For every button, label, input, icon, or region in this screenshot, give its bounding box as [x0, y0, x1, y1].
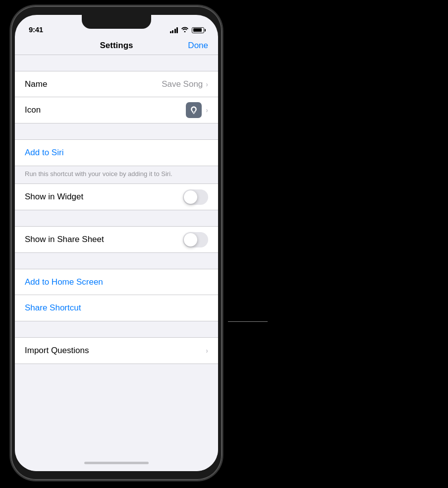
- name-label: Name: [25, 79, 162, 89]
- icon-label: Icon: [25, 105, 186, 115]
- icon-chevron-icon: ›: [206, 106, 208, 114]
- spacer-2: [15, 123, 218, 139]
- wifi-icon: [181, 26, 189, 34]
- name-value: Save Song: [162, 79, 203, 89]
- home-share-section: Add to Home Screen Share Shortcut: [15, 269, 218, 321]
- spacer-3: [15, 210, 218, 226]
- icon-preview: [186, 102, 202, 118]
- add-to-siri-row[interactable]: Add to Siri: [15, 140, 218, 166]
- toggle-knob-2: [184, 233, 197, 246]
- show-widget-label: Show in Widget: [25, 192, 183, 202]
- share-shortcut-label[interactable]: Share Shortcut: [25, 303, 81, 313]
- siri-section: Add to Siri: [15, 139, 218, 166]
- spacer-bottom: [15, 364, 218, 380]
- show-widget-row: Show in Widget: [15, 184, 218, 210]
- import-questions-row[interactable]: Import Questions ›: [15, 338, 218, 364]
- status-time: 9:41: [29, 25, 43, 34]
- import-section: Import Questions ›: [15, 337, 218, 364]
- content-area: Name Save Song › Icon ›: [15, 55, 218, 454]
- spacer-4: [15, 253, 218, 269]
- notch: [82, 15, 151, 29]
- show-widget-toggle[interactable]: [183, 189, 208, 205]
- add-home-screen-label[interactable]: Add to Home Screen: [25, 277, 103, 287]
- connector-line: [228, 321, 268, 322]
- share-sheet-section: Show in Share Sheet: [15, 226, 218, 253]
- import-chevron-icon: ›: [206, 347, 208, 355]
- show-share-sheet-label: Show in Share Sheet: [25, 235, 183, 244]
- name-row[interactable]: Name Save Song ›: [15, 71, 218, 97]
- signal-icon: [170, 27, 178, 33]
- name-chevron-icon: ›: [206, 80, 208, 88]
- status-icons: [170, 26, 205, 34]
- nav-bar: Settings Done: [15, 37, 218, 55]
- add-home-screen-row[interactable]: Add to Home Screen: [15, 269, 218, 295]
- spacer-top: [15, 55, 218, 71]
- toggle-knob: [184, 190, 197, 204]
- home-indicator: [15, 454, 218, 471]
- import-questions-label: Import Questions: [25, 346, 206, 356]
- name-icon-section: Name Save Song › Icon ›: [15, 71, 218, 123]
- show-share-sheet-row: Show in Share Sheet: [15, 227, 218, 252]
- spacer-5: [15, 321, 218, 337]
- nav-title: Settings: [100, 41, 133, 51]
- siri-description: Run this shortcut with your voice by add…: [15, 166, 218, 183]
- home-bar: [84, 462, 149, 464]
- battery-icon: [192, 27, 204, 33]
- widget-section: Show in Widget: [15, 183, 218, 210]
- share-shortcut-row[interactable]: Share Shortcut: [15, 295, 218, 321]
- show-share-sheet-toggle[interactable]: [183, 232, 208, 247]
- done-button[interactable]: Done: [188, 41, 208, 51]
- icon-row[interactable]: Icon ›: [15, 97, 218, 123]
- add-to-siri-label[interactable]: Add to Siri: [25, 148, 63, 158]
